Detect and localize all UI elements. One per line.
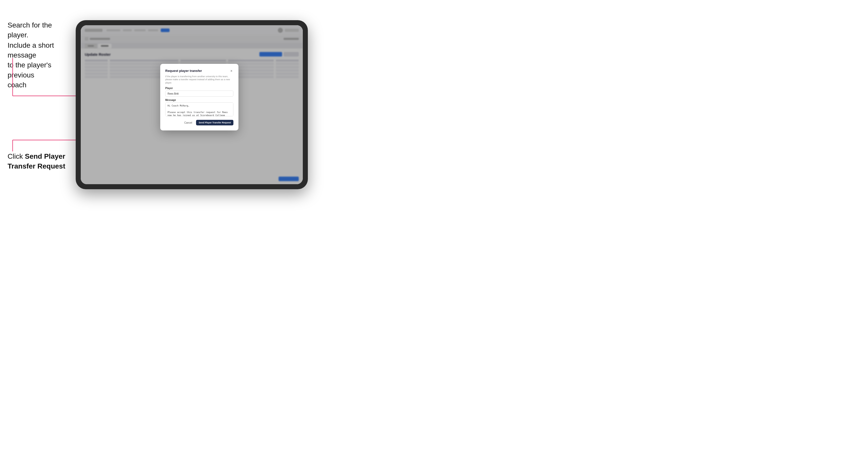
player-input[interactable] <box>165 91 234 97</box>
cancel-button[interactable]: Cancel <box>182 120 194 125</box>
modal-close-button[interactable]: × <box>229 69 234 73</box>
modal-header: Request player transfer × <box>165 69 234 73</box>
annotation-2: Include a short messageto the player's p… <box>7 40 71 90</box>
message-textarea[interactable]: Hi Coach McHarg, Please accept this tran… <box>165 102 234 116</box>
message-label: Message <box>165 99 234 101</box>
tablet-frame: Update Roster <box>76 20 308 189</box>
annotation-text-1: Search for the player. <box>7 21 52 39</box>
tablet-screen: Update Roster <box>81 25 303 184</box>
annotation-3: Click Send PlayerTransfer Request <box>7 151 71 171</box>
modal-overlay: Request player transfer × If the player … <box>81 25 303 184</box>
modal-footer: Cancel Send Player Transfer Request <box>165 120 234 125</box>
close-icon: × <box>230 69 232 73</box>
annotation-area: Search for the player. Include a short m… <box>0 0 73 467</box>
annotation-3-bold: Send PlayerTransfer Request <box>7 152 65 170</box>
modal-description: If the player is transferring from anoth… <box>165 75 234 85</box>
player-label: Player <box>165 87 234 90</box>
send-transfer-request-button[interactable]: Send Player Transfer Request <box>196 120 234 125</box>
modal-title: Request player transfer <box>165 69 202 73</box>
request-transfer-modal: Request player transfer × If the player … <box>160 64 239 131</box>
annotation-1: Search for the player. <box>7 20 73 40</box>
